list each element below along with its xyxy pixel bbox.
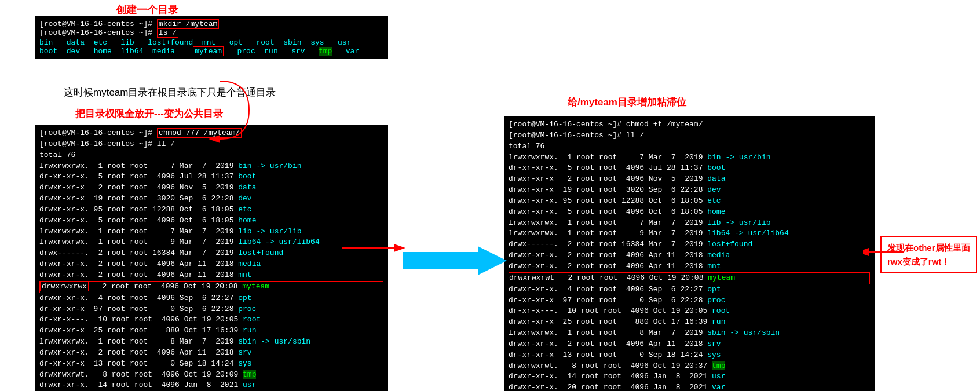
t3-root: dr-xr-x---. 10 root root 4096 Oct 19 20:… — [509, 306, 870, 317]
red-arrow-1 — [185, 75, 255, 145]
t3-media: drwxr-xr-x. 2 root root 4096 Apr 11 2018… — [509, 250, 870, 261]
t2-dev: drwxr-xr-x 19 root root 3020 Sep 6 22:28… — [39, 193, 383, 204]
t3-boot: dr-xr-xr-x. 5 root root 4096 Jul 28 11:3… — [509, 163, 870, 174]
t2-etc: drwxr-xr-x. 95 root root 12288 Oct 6 18:… — [39, 204, 383, 215]
t2-root: dr-xr-x---. 10 root root 4096 Oct 19 20:… — [39, 315, 383, 326]
t3-opt: drwxr-xr-x. 4 root root 4096 Sep 6 22:27… — [509, 284, 870, 295]
t3-myteam: drwxrwxrwt 2 root root 4096 Oct 19 20:08… — [509, 272, 870, 284]
t3-total: total 76 — [509, 141, 870, 152]
t3-home: drwxr-xr-x. 5 root root 4096 Oct 6 18:05… — [509, 207, 870, 218]
t3-srv: drwxr-xr-x. 2 root root 4096 Apr 11 2018… — [509, 339, 870, 350]
t2-boot: dr-xr-xr-x. 5 root root 4096 Jul 28 11:3… — [39, 171, 383, 182]
red-arrow-2 — [342, 236, 405, 260]
t2-srv: drwxr-xr-x. 2 root root 4096 Apr 11 2018… — [39, 348, 383, 359]
t3-lib64: lrwxrwxrwx. 1 root root 9 Mar 7 2019 lib… — [509, 228, 870, 239]
t2-total: total 76 — [39, 150, 383, 161]
t2-usr: drwxr-xr-x. 14 root root 4096 Jan 8 2021… — [39, 380, 383, 391]
annotation-create-dir: 创建一个目录 — [116, 3, 178, 17]
t3-l2: [root@VM-16-16-centos ~]# ll / — [509, 130, 870, 141]
t2-lib64: lrwxrwxrwx. 1 root root 9 Mar 7 2019 lib… — [39, 237, 383, 248]
t2-mnt: drwxr-xr-x. 2 root root 4096 Apr 11 2018… — [39, 270, 383, 281]
t3-var: drwxr-xr-x. 20 root root 4096 Jan 8 2021… — [509, 382, 870, 391]
terminal-1: [root@VM-16-16-centos ~]# mkdir /myteam … — [35, 16, 388, 59]
t3-dev: drwxr-xr-x 19 root root 3020 Sep 6 22:28… — [509, 185, 870, 196]
t3-bin: lrwxrwxrwx. 1 root root 7 Mar 7 2019 bin… — [509, 152, 870, 163]
svg-marker-0 — [403, 246, 507, 275]
t3-l1: [root@VM-16-16-centos ~]# chmod +t /myte… — [509, 119, 870, 130]
t2-media: drwxr-xr-x. 2 root root 4096 Apr 11 2018… — [39, 259, 383, 270]
t3-etc: drwxr-xr-x. 95 root root 12288 Oct 6 18:… — [509, 196, 870, 207]
t3-data: drwxr-xr-x 2 root root 4096 Nov 5 2019 d… — [509, 174, 870, 185]
t3-sys: dr-xr-xr-x 13 root root 0 Sep 18 14:24 s… — [509, 350, 870, 361]
t2-opt: drwxr-xr-x. 4 root root 4096 Sep 6 22:27… — [39, 293, 383, 304]
t2-home: drwxr-xr-x. 5 root root 4096 Oct 6 18:05… — [39, 215, 383, 226]
terminal-3: [root@VM-16-16-centos ~]# chmod +t /myte… — [504, 116, 875, 391]
t2-sbin: lrwxrwxrwx. 1 root root 8 Mar 7 2019 sbi… — [39, 337, 383, 348]
annotation-sticky: 给/myteam目录增加粘滞位 — [568, 96, 686, 109]
terminal-1-line-2: [root@VM-16-16-centos ~]# ls / — [39, 28, 383, 37]
red-arrow-3 — [863, 243, 909, 261]
t2-run: drwxr-xr-x 25 root root 880 Oct 17 16:39… — [39, 326, 383, 337]
t3-run: drwxr-xr-x 25 root root 880 Oct 17 16:39… — [509, 317, 870, 328]
terminal-1-ls-row1: bin data etc lib lost+found mnt opt root… — [39, 38, 383, 47]
t3-mnt: drwxr-xr-x. 2 root root 4096 Apr 11 2018… — [509, 261, 870, 272]
t3-proc: dr-xr-xr-x 97 root root 0 Sep 6 22:28 pr… — [509, 295, 870, 306]
t3-sbin: lrwxrwxrwx. 1 root root 8 Mar 7 2019 sbi… — [509, 328, 870, 339]
t2-lost: drwx------. 2 root root 16384 Mar 7 2019… — [39, 248, 383, 259]
t2-tmp: drwxrwxrwt. 8 root root 4096 Oct 19 20:0… — [39, 370, 383, 381]
t2-bin: lrwxrwxrwx. 1 root root 7 Mar 7 2019 bin… — [39, 161, 383, 172]
t2-lib: lrwxrwxrwx. 1 root root 7 Mar 7 2019 lib… — [39, 226, 383, 237]
t3-lost: drwx------. 2 root root 16384 Mar 7 2019… — [509, 239, 870, 250]
t2-proc: dr-xr-xr-x 97 root root 0 Sep 6 22:28 pr… — [39, 304, 383, 315]
blue-arrow — [403, 246, 507, 275]
terminal-2: [root@VM-16-16-centos ~]# chmod 777 /myt… — [35, 125, 388, 391]
t2-sys: dr-xr-xr-x 13 root root 0 Sep 18 14:24 s… — [39, 359, 383, 370]
terminal-1-line-1: [root@VM-16-16-centos ~]# mkdir /myteam — [39, 20, 383, 28]
t3-lib: lrwxrwxrwx. 1 root root 7 Mar 7 2019 lib… — [509, 218, 870, 229]
t3-tmp: drwxrwxrwt. 8 root root 4096 Oct 19 20:3… — [509, 361, 870, 372]
t2-data: drwxr-xr-x 2 root root 4096 Nov 5 2019 d… — [39, 182, 383, 193]
t2-myteam: drwxrwxrwx 2 root root 4096 Oct 19 20:08… — [39, 281, 383, 293]
terminal-1-ls-row2: boot dev home lib64 media myteam proc ru… — [39, 47, 383, 56]
t3-usr: drwxr-xr-x. 14 root root 4096 Jan 8 2021… — [509, 371, 870, 382]
